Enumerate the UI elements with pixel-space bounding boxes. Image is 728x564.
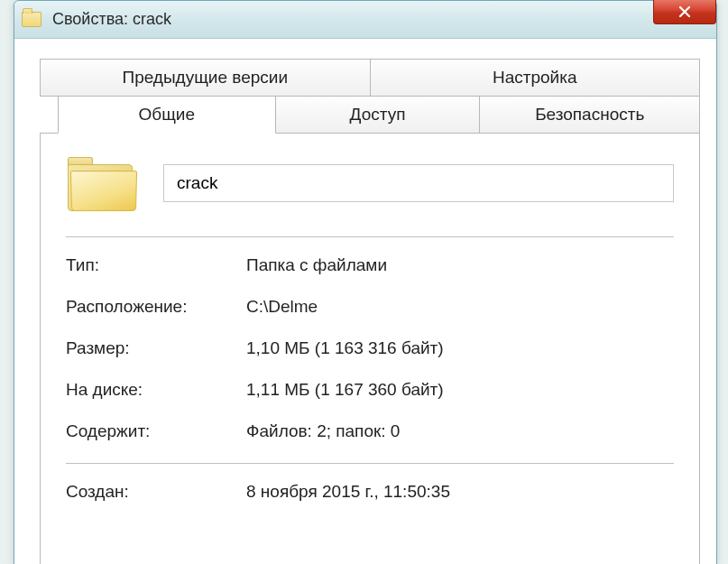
divider xyxy=(66,463,674,464)
contains-row: Содержит: Файлов: 2; папок: 0 xyxy=(66,421,674,441)
tabs-row-top: Предыдущие версии Настройка xyxy=(40,59,700,97)
tab-customize[interactable]: Настройка xyxy=(371,59,701,97)
size-value: 1,10 МБ (1 163 316 байт) xyxy=(246,338,674,358)
folder-icon xyxy=(22,9,43,31)
location-label: Расположение: xyxy=(66,297,246,317)
divider xyxy=(66,236,674,237)
type-label: Тип: xyxy=(66,255,246,275)
properties-dialog: Свойства: crack Предыдущие версии Настро… xyxy=(14,0,717,564)
folder-name-input[interactable] xyxy=(163,164,674,202)
contains-value: Файлов: 2; папок: 0 xyxy=(246,421,674,441)
close-button[interactable] xyxy=(653,0,716,24)
tab-previous-versions[interactable]: Предыдущие версии xyxy=(40,59,371,97)
tabs-row-bottom: Общие Доступ Безопасность xyxy=(40,96,700,134)
window-body: Предыдущие версии Настройка Общие Доступ… xyxy=(14,39,716,564)
tab-sharing[interactable]: Доступ xyxy=(276,96,481,134)
size-on-disk-label: На диске: xyxy=(66,380,246,400)
size-label: Размер: xyxy=(66,338,246,358)
size-on-disk-row: На диске: 1,11 МБ (1 167 360 байт) xyxy=(66,380,674,400)
size-row: Размер: 1,10 МБ (1 163 316 байт) xyxy=(66,338,674,358)
folder-name-row xyxy=(66,155,674,211)
created-label: Создан: xyxy=(66,482,246,502)
created-value: 8 ноября 2015 г., 11:50:35 xyxy=(246,482,674,502)
size-on-disk-value: 1,11 МБ (1 167 360 байт) xyxy=(246,380,674,400)
type-row: Тип: Папка с файлами xyxy=(66,255,674,275)
location-row: Расположение: C:\Delme xyxy=(66,297,674,317)
titlebar[interactable]: Свойства: crack xyxy=(14,1,716,39)
folder-icon-large xyxy=(66,155,136,211)
close-icon xyxy=(677,5,692,19)
contains-label: Содержит: xyxy=(66,421,246,441)
general-panel: Тип: Папка с файлами Расположение: C:\De… xyxy=(40,133,700,564)
window-title: Свойства: crack xyxy=(52,10,709,29)
location-value: C:\Delme xyxy=(246,297,674,317)
created-row: Создан: 8 ноября 2015 г., 11:50:35 xyxy=(66,482,674,502)
tab-security[interactable]: Безопасность xyxy=(480,96,700,134)
tab-general[interactable]: Общие xyxy=(58,96,276,134)
type-value: Папка с файлами xyxy=(246,255,674,275)
